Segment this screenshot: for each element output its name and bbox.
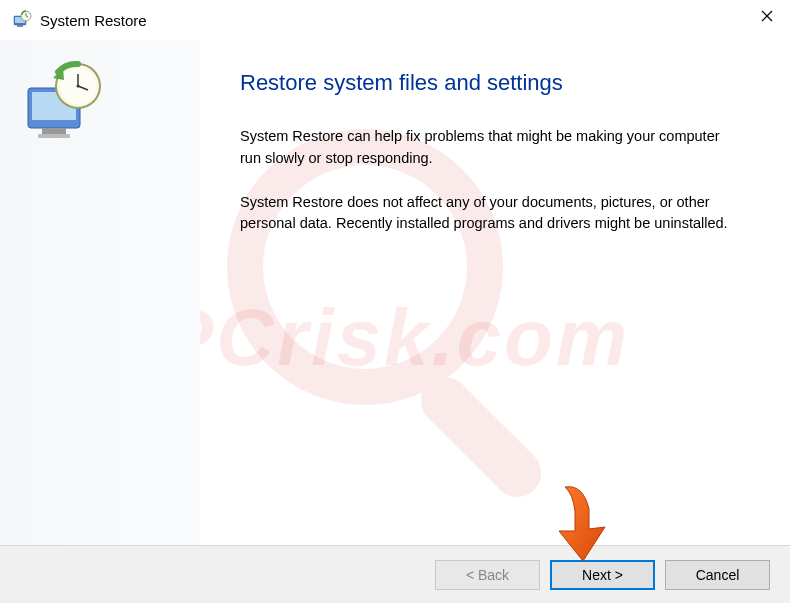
cancel-button[interactable]: Cancel bbox=[665, 560, 770, 590]
restore-large-icon bbox=[20, 60, 110, 150]
next-button[interactable]: Next > bbox=[550, 560, 655, 590]
system-restore-window: PCrisk.com System Restore bbox=[0, 0, 790, 614]
window-title: System Restore bbox=[40, 12, 778, 29]
page-heading: Restore system files and settings bbox=[240, 70, 750, 96]
left-pane bbox=[0, 40, 200, 545]
svg-point-17 bbox=[77, 85, 80, 88]
titlebar: System Restore bbox=[0, 0, 790, 40]
system-restore-icon bbox=[12, 10, 32, 30]
close-button[interactable] bbox=[744, 0, 790, 32]
description-paragraph-1: System Restore can help fix problems tha… bbox=[240, 126, 740, 170]
svg-rect-12 bbox=[38, 134, 70, 138]
description-paragraph-2: System Restore does not affect any of yo… bbox=[240, 192, 740, 236]
svg-rect-11 bbox=[42, 128, 66, 134]
svg-rect-4 bbox=[17, 25, 23, 27]
button-bar: < Back Next > Cancel bbox=[0, 545, 790, 603]
content-area: Restore system files and settings System… bbox=[0, 40, 790, 545]
main-content: Restore system files and settings System… bbox=[200, 40, 790, 545]
back-button: < Back bbox=[435, 560, 540, 590]
close-icon bbox=[761, 10, 773, 22]
